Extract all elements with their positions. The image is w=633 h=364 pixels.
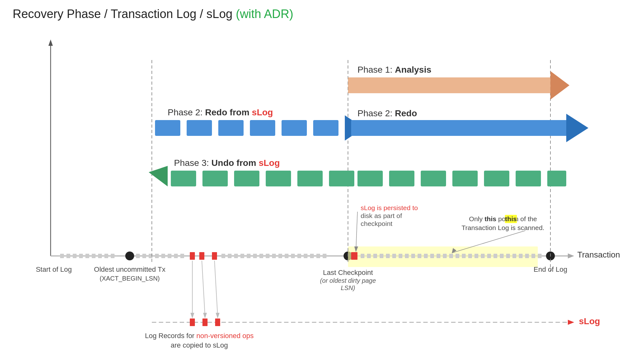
svg-marker-79 bbox=[348, 77, 550, 93]
svg-rect-20 bbox=[168, 254, 171, 258]
slog-persisted-label2: disk as part of bbox=[361, 212, 402, 219]
svg-rect-40 bbox=[310, 254, 314, 258]
svg-rect-93 bbox=[234, 171, 259, 186]
svg-rect-97 bbox=[357, 171, 383, 186]
svg-rect-38 bbox=[297, 254, 301, 258]
svg-rect-37 bbox=[291, 254, 295, 258]
svg-rect-99 bbox=[421, 171, 446, 186]
svg-rect-45 bbox=[351, 252, 357, 260]
svg-rect-55 bbox=[418, 254, 421, 258]
svg-rect-33 bbox=[266, 254, 270, 258]
svg-rect-7 bbox=[73, 254, 77, 258]
transaction-log-label: Transaction Log bbox=[577, 250, 620, 259]
svg-rect-59 bbox=[443, 254, 447, 258]
last-checkpoint-sublabel: (or oldest dirty page bbox=[320, 277, 376, 284]
svg-rect-51 bbox=[392, 254, 396, 258]
svg-rect-47 bbox=[367, 254, 371, 258]
svg-rect-34 bbox=[272, 254, 276, 258]
last-checkpoint-sublabel2: LSN) bbox=[341, 284, 355, 291]
svg-rect-96 bbox=[329, 171, 354, 186]
svg-rect-92 bbox=[202, 171, 228, 186]
svg-rect-42 bbox=[323, 254, 326, 258]
svg-rect-24 bbox=[199, 252, 204, 260]
svg-rect-85 bbox=[282, 120, 307, 136]
start-of-log-label: Start of Log bbox=[36, 265, 72, 273]
copied-to-slog-label: are copied to sLog bbox=[171, 341, 228, 349]
svg-rect-103 bbox=[547, 171, 566, 186]
this-highlight: this bbox=[505, 215, 517, 222]
svg-marker-110 bbox=[190, 313, 194, 318]
svg-rect-61 bbox=[456, 254, 459, 258]
svg-rect-54 bbox=[411, 254, 415, 258]
svg-line-111 bbox=[202, 261, 205, 316]
svg-rect-30 bbox=[247, 254, 251, 258]
svg-rect-84 bbox=[250, 120, 275, 136]
svg-rect-91 bbox=[171, 171, 196, 186]
svg-marker-80 bbox=[550, 71, 569, 100]
only-this-label: Only this portion of the bbox=[469, 215, 537, 222]
svg-rect-19 bbox=[161, 254, 165, 258]
svg-rect-28 bbox=[234, 254, 238, 258]
svg-rect-68 bbox=[500, 254, 504, 258]
svg-marker-1 bbox=[48, 39, 53, 46]
svg-rect-58 bbox=[437, 254, 440, 258]
svg-rect-25 bbox=[212, 252, 217, 260]
svg-rect-31 bbox=[253, 254, 257, 258]
svg-rect-53 bbox=[405, 254, 409, 258]
svg-rect-15 bbox=[136, 254, 140, 258]
svg-line-113 bbox=[214, 261, 218, 316]
oldest-tx-label: Oldest uncommitted Tx bbox=[94, 265, 165, 273]
svg-rect-74 bbox=[538, 254, 542, 258]
last-checkpoint-label: Last Checkpoint bbox=[323, 269, 373, 276]
svg-rect-35 bbox=[278, 254, 282, 258]
log-records-label: Log Records for non-versioned ops bbox=[145, 332, 254, 340]
svg-rect-36 bbox=[285, 254, 289, 258]
svg-rect-72 bbox=[525, 254, 529, 258]
svg-rect-100 bbox=[452, 171, 478, 186]
svg-rect-101 bbox=[484, 171, 509, 186]
diagram-area: Transaction Log bbox=[13, 35, 620, 357]
svg-rect-83 bbox=[218, 120, 244, 136]
svg-rect-65 bbox=[481, 254, 485, 258]
svg-rect-60 bbox=[449, 254, 453, 258]
svg-rect-26 bbox=[221, 254, 225, 258]
phase2-redo-label: Phase 2: Redo bbox=[357, 108, 417, 118]
svg-rect-107 bbox=[202, 318, 208, 326]
svg-marker-105 bbox=[568, 320, 574, 325]
svg-rect-69 bbox=[506, 254, 510, 258]
svg-rect-94 bbox=[266, 171, 291, 186]
svg-rect-39 bbox=[304, 254, 307, 258]
phase2-redo-slog-label: Phase 2: Redo from sLog bbox=[168, 107, 273, 117]
svg-rect-108 bbox=[215, 318, 220, 326]
svg-rect-95 bbox=[297, 171, 323, 186]
svg-rect-56 bbox=[424, 254, 428, 258]
svg-marker-89 bbox=[566, 114, 588, 142]
svg-rect-12 bbox=[104, 254, 108, 258]
svg-rect-67 bbox=[493, 254, 497, 258]
page-title: Recovery Phase / Transaction Log / sLog … bbox=[13, 6, 620, 22]
svg-rect-71 bbox=[519, 254, 523, 258]
svg-rect-46 bbox=[361, 254, 364, 258]
svg-rect-16 bbox=[142, 254, 146, 258]
svg-rect-23 bbox=[190, 252, 195, 260]
tx-log-scanned-label: Transaction Log is scanned. bbox=[462, 224, 544, 231]
phase1-label: Phase 1: Analysis bbox=[357, 65, 431, 75]
svg-rect-48 bbox=[373, 254, 377, 258]
svg-rect-27 bbox=[228, 254, 232, 258]
svg-marker-88 bbox=[351, 120, 566, 136]
svg-rect-21 bbox=[174, 254, 178, 258]
svg-rect-6 bbox=[66, 254, 70, 258]
svg-rect-11 bbox=[98, 254, 102, 258]
svg-rect-98 bbox=[389, 171, 414, 186]
svg-rect-9 bbox=[85, 254, 89, 258]
svg-rect-32 bbox=[259, 254, 263, 258]
slog-label: sLog bbox=[579, 316, 600, 326]
svg-rect-82 bbox=[187, 120, 212, 136]
svg-rect-106 bbox=[190, 318, 195, 326]
svg-marker-3 bbox=[568, 253, 574, 258]
svg-point-14 bbox=[125, 252, 134, 260]
svg-rect-22 bbox=[180, 254, 184, 258]
svg-rect-13 bbox=[111, 254, 115, 258]
svg-rect-57 bbox=[430, 254, 434, 258]
svg-rect-29 bbox=[240, 254, 244, 258]
